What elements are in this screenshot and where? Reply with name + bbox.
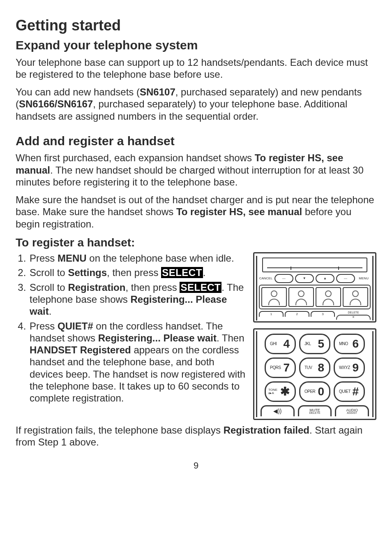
steps-heading: To register a handset:	[16, 236, 376, 250]
key-9: WXYZ9	[334, 357, 365, 378]
cancel-label: CANCEL	[259, 276, 273, 281]
section-heading: Add and register a handset	[16, 134, 376, 149]
num-key-1: 1	[259, 311, 284, 317]
menu-label: MENU	[357, 276, 371, 281]
body-paragraph: If registration fails, the telephone bas…	[16, 424, 376, 448]
page-number: 9	[16, 460, 376, 471]
step-item: Scroll to Settings, then press SELECT.	[29, 267, 249, 278]
key-7: PQRS7	[265, 357, 296, 378]
avatar-icon	[344, 288, 367, 306]
select-button-label: SELECT	[161, 267, 203, 278]
body-paragraph: When first purchased, each expansion han…	[16, 152, 376, 188]
key-hash: QUIET#	[334, 381, 365, 402]
model-number: SN6166/SN6167	[19, 98, 93, 109]
key-5: JKL5	[299, 334, 330, 354]
down-key: ▼	[295, 274, 314, 283]
page-title: Getting started	[16, 16, 376, 35]
body-paragraph: Your telephone base can support up to 12…	[16, 56, 376, 81]
step-item: Press QUIET# on the cordless handset. Th…	[29, 320, 249, 404]
key-4: GHI4	[265, 334, 296, 354]
key-star: TONEa▸A✱	[265, 381, 296, 402]
speaker-key: ◀))	[261, 405, 295, 416]
softkey: —	[274, 274, 293, 283]
up-key: ▲	[316, 274, 334, 283]
model-number: SN6107	[140, 86, 175, 97]
num-key-3: 3	[311, 311, 335, 317]
avatar-icon	[262, 288, 286, 306]
softkey: —	[336, 274, 355, 283]
num-key-2: 2	[285, 311, 309, 317]
delete-key: DELETE ✕	[336, 311, 371, 320]
base-screen	[262, 258, 367, 272]
step-item: Scroll to Registration, then press SELEC…	[29, 281, 249, 318]
handset-keypad-illustration: GHI4 JKL5 MNO6 PQRS7 TUV8 WXYZ9 TONEa▸A✱…	[253, 328, 376, 420]
telephone-base-illustration: CANCEL — ▼ ▲ — MENU 1	[253, 252, 376, 323]
speaker-icon: ◀))	[273, 408, 281, 414]
steps-list: Press MENU on the telephone base when id…	[16, 252, 249, 404]
quick-dial-row	[259, 285, 371, 309]
audio-assist-key: AUDIOASSIST	[335, 405, 369, 416]
section-heading: Expand your telephone system	[16, 38, 376, 53]
key-8: TUV8	[299, 357, 330, 378]
key-0: OPER0	[299, 381, 330, 402]
avatar-icon	[289, 288, 313, 306]
key-6: MNO6	[334, 334, 365, 354]
select-button-label: SELECT	[180, 282, 221, 293]
step-item: Press MENU on the telephone base when id…	[29, 252, 249, 264]
avatar-icon	[316, 288, 340, 306]
body-paragraph: You can add new handsets (SN6107, purcha…	[16, 86, 376, 122]
mute-key: MUTEDELETE	[298, 405, 332, 416]
body-paragraph: Make sure the handset is out of the hand…	[16, 194, 376, 230]
